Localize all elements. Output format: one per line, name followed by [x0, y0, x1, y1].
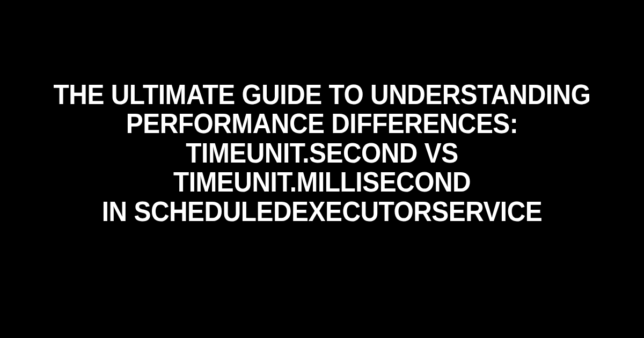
page-title: THE ULTIMATE GUIDE TO UNDERSTANDING PERF…: [46, 80, 598, 226]
title-line-2: PERFORMANCE DIFFERENCES:: [126, 108, 518, 139]
title-line-3: TIMEUNIT.SECOND VS TIMEUNIT.MILLISECOND: [173, 137, 471, 198]
title-container: THE ULTIMATE GUIDE TO UNDERSTANDING PERF…: [0, 80, 644, 226]
title-line-1: THE ULTIMATE GUIDE TO UNDERSTANDING: [54, 79, 591, 110]
title-line-4: IN SCHEDULEDEXECUTORSERVICE: [102, 196, 543, 227]
